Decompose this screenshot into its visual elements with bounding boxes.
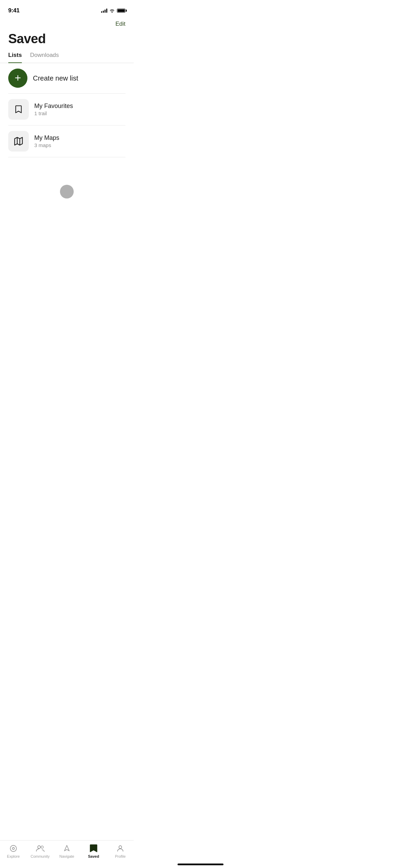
bookmark-icon-container bbox=[8, 99, 29, 120]
map-icon bbox=[13, 136, 24, 146]
status-icons bbox=[101, 9, 125, 13]
my-maps-subtitle: 3 maps bbox=[34, 142, 59, 148]
tabs: Lists Downloads bbox=[0, 46, 134, 63]
list-container: + Create new list My Favourites 1 trail … bbox=[0, 63, 134, 157]
tab-downloads[interactable]: Downloads bbox=[30, 52, 59, 63]
wifi-icon bbox=[109, 9, 115, 13]
status-time: 9:41 bbox=[8, 7, 20, 14]
bookmark-icon bbox=[14, 105, 23, 114]
my-maps-title: My Maps bbox=[34, 134, 59, 142]
battery-icon bbox=[117, 9, 125, 13]
status-bar: 9:41 bbox=[0, 0, 134, 16]
tab-lists[interactable]: Lists bbox=[8, 52, 22, 63]
my-maps-item[interactable]: My Maps 3 maps bbox=[8, 125, 125, 157]
page-title-section: Saved bbox=[0, 29, 134, 46]
decorative-dot bbox=[60, 185, 74, 198]
signal-icon bbox=[101, 9, 107, 13]
my-favourites-title: My Favourites bbox=[34, 103, 73, 110]
create-icon: + bbox=[8, 69, 27, 88]
my-favourites-item[interactable]: My Favourites 1 trail bbox=[8, 94, 125, 125]
header: Edit bbox=[0, 16, 134, 29]
page-title: Saved bbox=[8, 32, 125, 46]
create-new-list-item[interactable]: + Create new list bbox=[8, 63, 125, 94]
my-favourites-subtitle: 1 trail bbox=[34, 110, 73, 116]
map-icon-container bbox=[8, 131, 29, 152]
create-new-label: Create new list bbox=[33, 74, 78, 82]
edit-button[interactable]: Edit bbox=[116, 19, 125, 29]
